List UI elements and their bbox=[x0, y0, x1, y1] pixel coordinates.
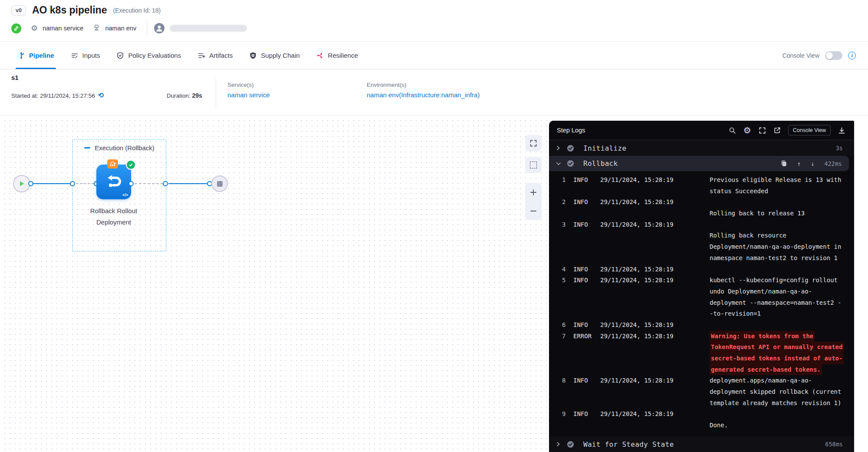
log-line: 2 INFO 29/11/2024, 15:28:19 bbox=[549, 197, 854, 208]
tab-label: Artifacts bbox=[209, 52, 233, 59]
log-line: 5 INFO 29/11/2024, 15:28:19 kubectl --ku… bbox=[549, 275, 854, 286]
log-line: TokenRequest API or manually created bbox=[549, 342, 854, 353]
port-dot bbox=[163, 181, 168, 186]
log-line: secret-based tokens instead of auto- bbox=[549, 353, 854, 364]
end-node bbox=[211, 175, 228, 192]
log-line: 8 INFO 29/11/2024, 15:28:19 deployment.a… bbox=[549, 375, 854, 386]
tab-supply-chain[interactable]: Supply Chain bbox=[249, 42, 299, 69]
environment-infra: (Infrastructure:naman_infra) bbox=[399, 91, 480, 99]
log-line: 1 INFO 29/11/2024, 15:28:19 Previous eli… bbox=[549, 175, 854, 186]
step-duration: 3s bbox=[836, 145, 843, 152]
resilience-chaos-icon bbox=[316, 52, 324, 59]
tab-inputs[interactable]: Inputs bbox=[71, 42, 100, 69]
log-line: 6 INFO 29/11/2024, 15:28:19 bbox=[549, 320, 854, 331]
step-duration: 658ms bbox=[825, 441, 843, 448]
port-dot bbox=[28, 181, 33, 186]
log-line: Deployment/naman-qa-ao-deployment in bbox=[549, 241, 854, 253]
duration-label: Duration: bbox=[167, 92, 192, 99]
info-icon[interactable]: i bbox=[848, 52, 856, 59]
log-line: deployment --namespace=naman-test2 - bbox=[549, 297, 854, 309]
step-success-icon bbox=[567, 160, 574, 167]
zoom-in-button[interactable] bbox=[525, 183, 542, 201]
stage-name: s1 bbox=[11, 74, 19, 81]
step-row-rollback[interactable]: Rollback ↑ ↓ 422ms bbox=[549, 156, 849, 171]
step-name: Rollback bbox=[583, 159, 618, 168]
step-duration: 422ms bbox=[824, 160, 842, 167]
zoom-controls bbox=[525, 183, 542, 220]
log-line: 7 ERROR 29/11/2024, 15:28:19 Warning: Us… bbox=[549, 331, 854, 342]
tab-resilience[interactable]: Resilience bbox=[316, 42, 358, 69]
log-line: template already matches revision 1) bbox=[549, 398, 854, 409]
page-title: AO k8s pipeline bbox=[32, 4, 107, 16]
log-line: -to-revision=1 bbox=[549, 308, 854, 320]
tab-pipeline[interactable]: Pipeline bbox=[17, 42, 54, 69]
tab-artifacts[interactable]: Artifacts bbox=[197, 42, 233, 69]
log-line: 4 INFO 29/11/2024, 15:28:19 bbox=[549, 264, 854, 275]
tab-policy-evaluations[interactable]: Policy Evaluations bbox=[116, 42, 181, 69]
search-icon[interactable] bbox=[729, 127, 736, 134]
log-line: namespace naman-test2 to revision 1 bbox=[549, 253, 854, 264]
fit-to-screen-button[interactable] bbox=[525, 135, 542, 152]
environments-label: Environment(s) bbox=[367, 82, 480, 88]
chevron-right-icon bbox=[556, 442, 561, 447]
log-line: Rolling back to release 13 bbox=[549, 208, 854, 219]
tab-label: Pipeline bbox=[29, 52, 54, 59]
tab-label: Policy Evaluations bbox=[128, 52, 181, 59]
fullscreen-icon[interactable] bbox=[759, 127, 766, 134]
step-row-wait-for-steady-state[interactable]: Wait for Steady State 658ms bbox=[549, 436, 854, 452]
step-success-icon bbox=[567, 145, 574, 152]
services-label: Service(s) bbox=[227, 82, 270, 88]
start-node bbox=[13, 175, 30, 192]
service-link-icon bbox=[11, 23, 21, 33]
execution-header: v0 AO k8s pipeline (Execution Id: 18) ⚙ … bbox=[0, 0, 868, 42]
log-line: Rolling back resource bbox=[549, 230, 854, 241]
supply-chain-shield-icon bbox=[249, 52, 257, 59]
edge-dashed-line bbox=[76, 183, 94, 184]
execution-id: (Execution Id: 18) bbox=[113, 7, 161, 14]
chevron-down-icon bbox=[556, 162, 561, 166]
environment-link[interactable]: naman env bbox=[367, 91, 399, 99]
pipeline-icon bbox=[17, 52, 25, 59]
stage-info-bar: s1 Started at: 29/11/2024, 15:27:56 ⟲ Du… bbox=[0, 69, 868, 115]
scroll-down-icon[interactable]: ↓ bbox=[811, 161, 814, 167]
copy-logs-icon[interactable] bbox=[781, 160, 787, 167]
success-check-badge bbox=[127, 161, 135, 169]
execution-group-label: Execution (Rollback) bbox=[95, 144, 155, 152]
marquee-select-button[interactable] bbox=[525, 157, 542, 173]
history-icon[interactable]: ⟲ bbox=[98, 92, 104, 99]
edge-dashed-line bbox=[135, 183, 163, 184]
collapse-minus-icon[interactable] bbox=[84, 147, 90, 148]
list-plus-icon bbox=[197, 52, 205, 59]
pipeline-canvas[interactable]: Execution (Rollback) </> bbox=[0, 116, 549, 452]
scroll-up-icon[interactable]: ↑ bbox=[797, 161, 800, 167]
version-badge[interactable]: v0 bbox=[11, 5, 26, 16]
redacted-user-text bbox=[170, 25, 247, 32]
console-view-button[interactable]: Console View bbox=[788, 125, 831, 135]
log-lines[interactable]: 1 INFO 29/11/2024, 15:28:19 Previous eli… bbox=[549, 171, 854, 436]
open-in-new-icon[interactable] bbox=[773, 127, 781, 134]
header-service-name: naman service bbox=[43, 25, 83, 32]
console-view-label: Console View bbox=[783, 52, 819, 59]
console-view-toggle[interactable] bbox=[825, 51, 842, 60]
shield-check-icon bbox=[116, 52, 124, 59]
log-settings-gear-icon[interactable]: ⚙ bbox=[743, 126, 751, 135]
log-line: 3 INFO 29/11/2024, 15:28:19 bbox=[549, 219, 854, 231]
header-divider bbox=[147, 21, 147, 36]
step-logs-title: Step Logs bbox=[557, 127, 585, 134]
download-icon[interactable] bbox=[838, 127, 845, 134]
log-line: Done. bbox=[549, 420, 854, 431]
content-area: Execution (Rollback) </> bbox=[0, 116, 868, 452]
tab-bar: Pipeline Inputs Policy Evaluations Artif… bbox=[0, 42, 868, 69]
stage-divider bbox=[216, 78, 216, 107]
rollback-step-node[interactable]: </> bbox=[96, 165, 131, 199]
edge-line bbox=[33, 183, 73, 184]
marquee-icon bbox=[530, 162, 537, 168]
step-row-initialize[interactable]: Initialize 3s bbox=[549, 140, 854, 156]
gear-icon[interactable]: ⚙ bbox=[31, 24, 38, 32]
service-link[interactable]: naman service bbox=[227, 91, 270, 99]
zoom-out-button[interactable] bbox=[525, 201, 542, 220]
edge-line bbox=[168, 183, 207, 184]
rollout-badge-icon bbox=[107, 159, 118, 168]
started-at-text: Started at: 29/11/2024, 15:27:56 bbox=[11, 92, 95, 99]
chevron-right-icon bbox=[556, 145, 561, 151]
